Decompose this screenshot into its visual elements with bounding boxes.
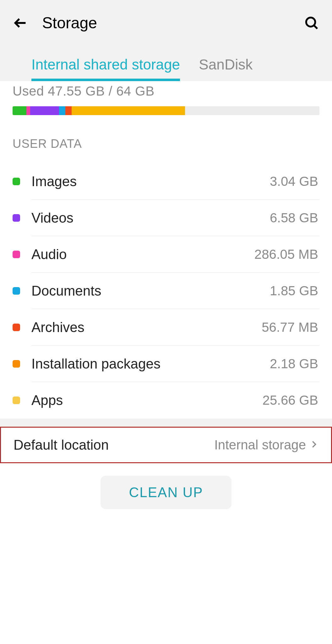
color-dot	[13, 178, 20, 185]
item-size: 2.18 GB	[270, 356, 318, 371]
page-title: Storage	[42, 14, 304, 32]
storage-category-list: Images 3.04 GB Videos 6.58 GB Audio 286.…	[13, 163, 319, 419]
color-dot	[13, 251, 20, 258]
default-location-value: Internal storage	[214, 437, 306, 452]
item-size: 6.58 GB	[270, 210, 318, 225]
item-label: Documents	[31, 283, 270, 299]
color-dot	[13, 360, 20, 368]
color-dot	[13, 324, 20, 331]
search-icon[interactable]	[304, 15, 319, 31]
list-item-images[interactable]: Images 3.04 GB	[13, 163, 319, 200]
list-item-videos[interactable]: Videos 6.58 GB	[13, 200, 319, 236]
section-gap	[0, 419, 332, 427]
footer: CLEAN UP	[0, 463, 332, 509]
usage-seg-apps	[72, 106, 185, 115]
item-label: Videos	[31, 210, 270, 226]
header-top: Storage	[13, 9, 319, 37]
usage-seg-documents	[59, 106, 65, 115]
item-size: 3.04 GB	[270, 174, 318, 189]
item-label: Archives	[31, 319, 262, 335]
item-label: Apps	[31, 392, 263, 408]
list-item-installation-packages[interactable]: Installation packages 2.18 GB	[13, 346, 319, 382]
item-label: Installation packages	[31, 356, 270, 372]
item-size: 56.77 MB	[262, 320, 318, 335]
item-size: 1.85 GB	[270, 283, 318, 298]
list-item-archives[interactable]: Archives 56.77 MB	[13, 309, 319, 346]
item-size: 25.66 GB	[263, 393, 318, 408]
svg-point-1	[306, 18, 315, 27]
item-size: 286.05 MB	[254, 247, 318, 262]
usage-bar	[13, 106, 319, 115]
usage-seg-images	[13, 106, 26, 115]
chevron-right-icon	[310, 440, 318, 450]
item-label: Images	[31, 174, 270, 189]
tab-sandisk[interactable]: SanDisk	[199, 56, 253, 81]
back-icon[interactable]	[13, 15, 28, 31]
svg-line-2	[314, 25, 318, 29]
section-header-user-data: USER DATA	[13, 137, 319, 163]
usage-seg-videos	[30, 106, 59, 115]
tabs: Internal shared storage SanDisk	[13, 56, 319, 81]
default-location-label: Default location	[14, 437, 214, 453]
list-item-documents[interactable]: Documents 1.85 GB	[13, 273, 319, 309]
usage-seg-audio	[26, 106, 30, 115]
color-dot	[13, 287, 20, 295]
usage-seg-archives	[65, 106, 72, 115]
content: Used 47.55 GB / 64 GB USER DATA Images 3…	[0, 81, 332, 427]
list-item-apps[interactable]: Apps 25.66 GB	[13, 382, 319, 419]
color-dot	[13, 397, 20, 404]
color-dot	[13, 214, 20, 222]
default-location-row[interactable]: Default location Internal storage	[0, 427, 332, 463]
usage-summary: Used 47.55 GB / 64 GB	[13, 81, 319, 106]
tab-internal-storage[interactable]: Internal shared storage	[31, 56, 180, 81]
list-item-audio[interactable]: Audio 286.05 MB	[13, 236, 319, 273]
clean-up-button[interactable]: CLEAN UP	[101, 476, 231, 509]
header: Storage Internal shared storage SanDisk	[0, 0, 332, 81]
item-label: Audio	[31, 247, 254, 262]
